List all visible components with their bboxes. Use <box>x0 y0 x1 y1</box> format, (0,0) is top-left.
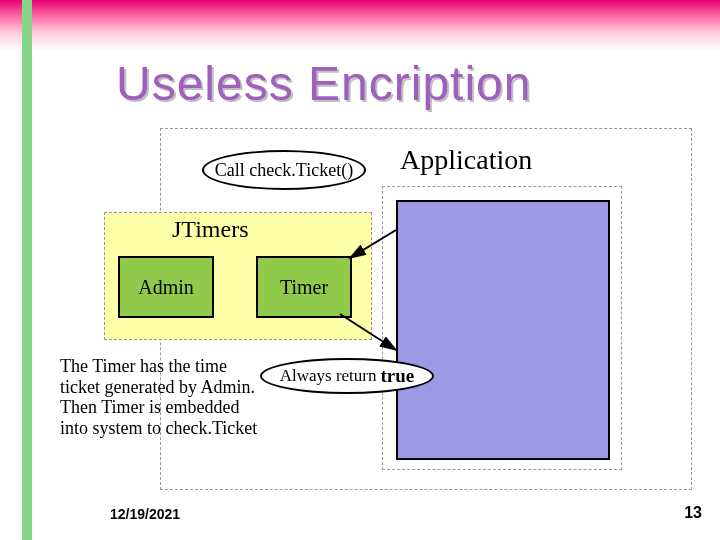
return-prefix: Always return <box>280 366 377 386</box>
admin-box: Admin <box>118 256 214 318</box>
jtimers-label: JTimers <box>172 216 248 243</box>
application-box <box>396 200 610 460</box>
slide-title: Useless Encription <box>116 56 532 111</box>
return-value: true <box>381 365 415 387</box>
return-oval: Always return true <box>260 358 434 394</box>
top-gradient <box>0 0 720 52</box>
footer-date: 12/19/2021 <box>110 506 180 522</box>
page-number: 13 <box>684 504 702 522</box>
application-label: Application <box>400 144 532 176</box>
side-stripe <box>22 0 32 540</box>
call-oval: Call check.Ticket() <box>202 150 366 190</box>
timer-note: The Timer has the time ticket generated … <box>60 356 270 439</box>
timer-box: Timer <box>256 256 352 318</box>
